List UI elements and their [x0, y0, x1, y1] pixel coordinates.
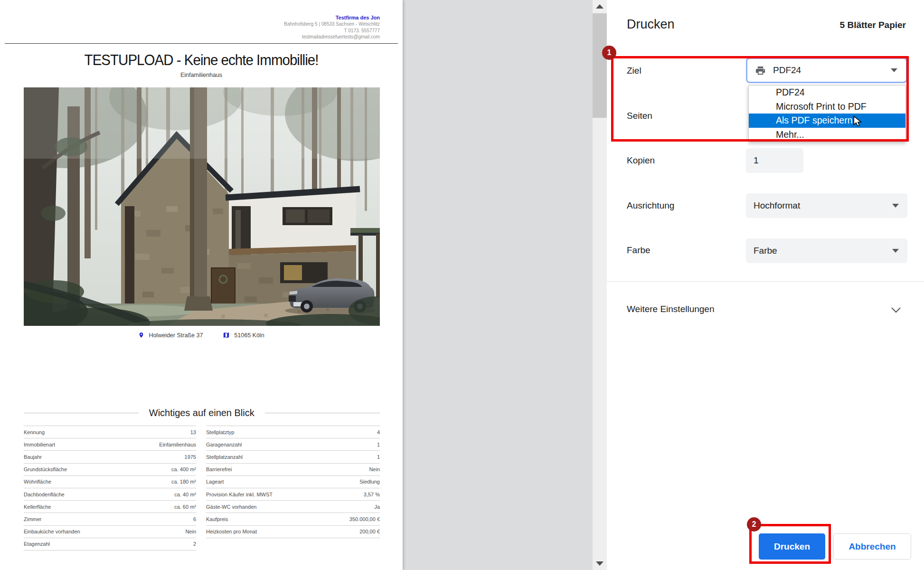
map-icon — [223, 332, 230, 339]
table-row: Dachbodenflächeca. 40 m² — [24, 488, 196, 501]
table-row: Kellerflächeca. 60 m² — [24, 501, 196, 513]
scrollbar-thumb[interactable] — [593, 13, 607, 118]
destination-value: PDF24 — [773, 65, 801, 76]
sheets-count: 5 Blätter Papier — [840, 20, 906, 30]
chevron-down-icon — [892, 204, 899, 208]
table-row: Wohnflächeca. 180 m² — [24, 476, 196, 488]
scrollbar-down-arrow-icon[interactable] — [596, 561, 603, 566]
property-street: Holweider Straße 37 — [149, 332, 203, 339]
destination-dropdown-list: PDF24 Microsoft Print to PDF Als PDF spe… — [748, 85, 906, 142]
copies-label: Kopien — [627, 155, 655, 166]
table-row: Kaufpreis350.000,00 € — [206, 513, 380, 525]
property-city: 51065 Köln — [234, 332, 264, 339]
location-pin-icon — [138, 331, 144, 339]
company-address: Bahnhofsberg 5 | 08533 Sachsen - Weischl… — [284, 21, 380, 28]
company-name: Testfirma des Jon — [284, 14, 380, 21]
destination-select[interactable]: PDF24 — [746, 57, 907, 83]
orientation-label: Ausrichtung — [627, 200, 674, 211]
settings-divider — [607, 281, 924, 282]
table-row: Baujahr1975 — [24, 451, 196, 463]
table-row: LageartSiedlung — [206, 476, 380, 488]
cancel-button[interactable]: Abbrechen — [833, 533, 911, 560]
table-row: BarrierefreiNein — [206, 464, 380, 476]
table-row: Garagenanzahl1 — [206, 438, 380, 451]
orientation-value: Hochformat — [754, 200, 800, 211]
letterhead-divider — [5, 43, 398, 44]
facts-heading-text: Wichtiges auf einen Blick — [149, 407, 255, 418]
facts-column-right: Stellplatztyp4 Garagenanzahl1 Stellplatz… — [206, 426, 380, 551]
copies-input[interactable] — [746, 148, 803, 173]
document-subtitle: Einfamilienhaus — [0, 72, 403, 78]
table-row: Stellplatztyp4 — [206, 426, 380, 438]
chevron-down-icon — [892, 249, 899, 253]
orientation-select[interactable]: Hochformat — [746, 193, 907, 218]
house-photo-illustration — [24, 87, 380, 326]
company-phone: T 0173. 5557777 — [284, 28, 380, 34]
more-settings-label: Weitere Einstellungen — [627, 304, 714, 314]
table-row: Provision Käufer inkl. MWST3,57 % — [206, 488, 380, 501]
table-row: Einbauküche vorhandenNein — [24, 526, 196, 538]
table-row: Stellplatzanzahl1 — [206, 451, 380, 463]
destination-label: Ziel — [627, 66, 641, 76]
color-value: Farbe — [754, 246, 777, 256]
pages-label: Seiten — [627, 111, 652, 121]
facts-table: Kennung13 ImmobilienartEinfamilienhaus B… — [24, 426, 380, 551]
document-page: Testfirma des Jon Bahnhofsberg 5 | 08533… — [0, 0, 403, 570]
table-row: Kennung13 — [24, 426, 196, 438]
dropdown-option-more[interactable]: Mehr... — [749, 128, 905, 142]
print-button[interactable]: Drucken — [759, 533, 825, 560]
table-row: Grundstücksflächeca. 400 m² — [24, 464, 196, 476]
property-address-row: Holweider Straße 37 51065 Köln — [0, 331, 403, 339]
dropdown-option-microsoft-print-to-pdf[interactable]: Microsoft Print to PDF — [749, 100, 905, 114]
chevron-down-icon — [891, 68, 897, 72]
color-label: Farbe — [627, 245, 651, 256]
table-row: Etagenzahl2 — [24, 538, 196, 551]
facts-section-heading: Wichtiges auf einen Blick — [24, 407, 380, 418]
print-dialog: Drucken 5 Blätter Papier Ziel PDF24 PDF2… — [607, 0, 924, 570]
chevron-down-icon — [891, 307, 901, 314]
dropdown-option-save-as-pdf[interactable]: Als PDF speichern — [749, 114, 905, 128]
table-row: Heizkosten pro Monat200,00 € — [206, 526, 380, 538]
dropdown-option-pdf24[interactable]: PDF24 — [749, 86, 905, 100]
document-letterhead: Testfirma des Jon Bahnhofsberg 5 | 08533… — [284, 14, 380, 40]
table-row: ImmobilienartEinfamilienhaus — [24, 438, 196, 451]
document-title: TESTUPLOAD - Keine echte Immobillie! — [10, 52, 393, 69]
color-select[interactable]: Farbe — [746, 238, 907, 263]
scrollbar-up-arrow-icon[interactable] — [596, 4, 603, 9]
table-row: Gäste-WC vorhandenJa — [206, 501, 380, 513]
table-row: Zimmer6 — [24, 513, 196, 525]
more-settings-toggle[interactable]: Weitere Einstellungen — [607, 297, 924, 324]
facts-column-left: Kennung13 ImmobilienartEinfamilienhaus B… — [24, 426, 196, 551]
dialog-title: Drucken — [627, 17, 675, 32]
company-email: testmailadressefuertests@gmail.com — [284, 34, 380, 40]
preview-scrollbar[interactable] — [593, 0, 607, 570]
print-preview-area: Testfirma des Jon Bahnhofsberg 5 | 08533… — [0, 0, 593, 570]
printer-icon — [755, 65, 766, 76]
property-photo — [24, 87, 380, 326]
